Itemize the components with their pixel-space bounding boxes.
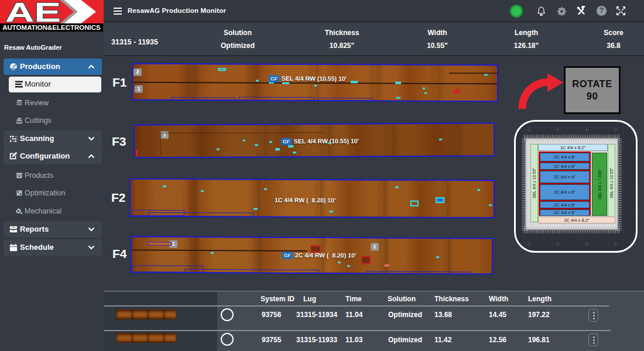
svg-text:AE: AE <box>5 0 61 23</box>
